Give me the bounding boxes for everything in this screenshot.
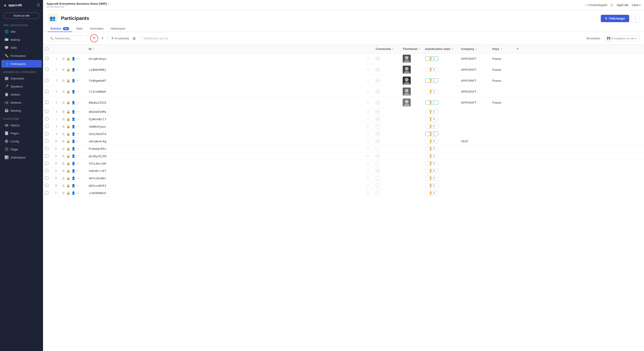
row-id[interactable]: 7i3ioGW9eh	[86, 86, 364, 97]
row-id[interactable]: zj0m0oR08j	[86, 64, 364, 75]
row-checkbox[interactable]	[45, 191, 48, 194]
sidebar-item-formulaires[interactable]: ✏️Formulaires	[1, 52, 42, 59]
save-view-button[interactable]: 💾 Enregistrer la vue ▾	[604, 35, 640, 41]
sidebar-item-statistiques[interactable]: 📊Statistiques	[1, 154, 42, 161]
history-icon[interactable]: ↩	[77, 117, 79, 121]
row-id[interactable]: d02ebX5XMu	[86, 108, 364, 115]
user-icon[interactable]: 👤	[72, 90, 75, 93]
history-icon[interactable]: ↩	[77, 162, 79, 165]
access-site-button[interactable]: Accès au site	[3, 12, 40, 19]
sidebar-item-meeting[interactable]: 📅Meeting	[1, 107, 42, 114]
history-icon[interactable]: ↩	[77, 176, 79, 180]
delete-icon[interactable]: 🗑	[62, 147, 65, 150]
history-icon[interactable]: ↩	[77, 57, 79, 60]
history-icon[interactable]: ↩	[77, 68, 79, 71]
drag-handle[interactable]: ⠿	[367, 176, 369, 180]
sidebar-item-pages[interactable]: 📄Pages	[1, 129, 42, 137]
lock-icon[interactable]: 🔒	[66, 176, 70, 180]
delete-icon[interactable]: 🗑	[62, 117, 65, 121]
more-options-button[interactable]: ⋮	[631, 14, 640, 23]
lock-icon[interactable]: 🔒	[66, 162, 70, 165]
row-id[interactable]: misq8zAnye	[86, 53, 364, 64]
lock-icon[interactable]: 🔒	[66, 57, 70, 60]
user-icon[interactable]: 👤	[72, 117, 75, 121]
row-checkbox[interactable]	[45, 162, 48, 165]
history-icon[interactable]: ↩	[77, 191, 79, 195]
drag-handle[interactable]: ⠿	[367, 57, 369, 60]
row-checkbox[interactable]	[45, 101, 48, 104]
user-icon[interactable]: 👤	[72, 110, 75, 113]
user-icon[interactable]: 👤	[72, 79, 75, 82]
sidebar-item-sms[interactable]: 💬SMS	[1, 44, 42, 51]
add-col-icon[interactable]: +	[515, 46, 521, 52]
row-id[interactable]: 4bTx16v8kC	[86, 175, 364, 182]
row-checkbox[interactable]	[45, 169, 48, 172]
row-checkbox[interactable]	[45, 79, 48, 82]
drag-handle[interactable]: ⠿	[367, 125, 369, 128]
row-checkbox[interactable]	[45, 110, 48, 113]
user-icon[interactable]: 👤	[72, 191, 75, 195]
history-icon[interactable]: ↩	[77, 90, 79, 93]
history-icon[interactable]: ↩	[77, 132, 79, 136]
tab-stats[interactable]: Stats	[73, 25, 86, 32]
user-icon[interactable]: 👤	[72, 125, 75, 128]
drag-handle[interactable]: ⠿	[367, 117, 369, 121]
search-input[interactable]	[55, 37, 85, 40]
user-icon[interactable]: 👤	[72, 169, 75, 173]
delete-icon[interactable]: 🗑	[62, 132, 65, 136]
select-all-checkbox[interactable]	[45, 47, 48, 50]
user-icon[interactable]: 👤	[72, 154, 75, 158]
delete-icon[interactable]: 🗑	[62, 169, 65, 173]
drag-handle[interactable]: ⠿	[367, 139, 369, 143]
row-checkbox[interactable]	[45, 139, 48, 143]
tab-historiques[interactable]: Historiques	[108, 25, 128, 32]
row-id[interactable]: PnXmdqrK5v	[86, 145, 364, 152]
lock-icon[interactable]: 🔒	[66, 184, 70, 187]
add-column-button[interactable]: +	[100, 35, 105, 42]
lock-icon[interactable]: 🔒	[66, 132, 70, 136]
th-id[interactable]: Id ▼	[86, 45, 364, 53]
sidebar-item-apercu[interactable]: 👁️Aperçu	[1, 121, 42, 129]
delete-icon[interactable]: 🗑	[62, 68, 65, 71]
history-icon[interactable]: ↩	[77, 169, 79, 173]
view-options-button[interactable]: ⊞	[131, 35, 137, 41]
sidebar-item-participants[interactable]: 👥Participants	[1, 60, 42, 68]
drag-handle[interactable]: ⠿	[367, 110, 369, 113]
row-id[interactable]: 1OAWs9jwuc	[86, 123, 364, 130]
drag-handle[interactable]: ⠿	[367, 68, 369, 71]
row-checkbox[interactable]	[45, 90, 48, 93]
th-gamification[interactable]: Gamification stats ▼	[423, 45, 459, 53]
history-icon[interactable]: ↩	[77, 139, 79, 143]
row-id[interactable]: diHjXQsOl6	[86, 130, 364, 138]
drag-handle[interactable]: ⠿	[367, 191, 369, 195]
hamburger-icon[interactable]: ☰	[37, 3, 40, 7]
row-id[interactable]: V4EnRrrtET	[86, 167, 364, 175]
row-checkbox[interactable]	[45, 154, 48, 157]
row-checkbox[interactable]	[45, 132, 48, 135]
sidebar-item-speakers[interactable]: 🎤Speakers	[1, 83, 42, 90]
row-id[interactable]: YStLAacjbb	[86, 160, 364, 167]
sidebar-item-ateliers[interactable]: 📋Ateliers	[1, 91, 42, 98]
th-company[interactable]: Company ▼	[459, 45, 490, 53]
th-pays[interactable]: Pays ▼	[490, 45, 512, 53]
delete-icon[interactable]: 🗑	[62, 184, 65, 187]
row-id[interactable]: ic0589O0xh	[86, 189, 364, 197]
th-thumbnail[interactable]: Thumbnail ▼	[400, 45, 423, 53]
delete-icon[interactable]: 🗑	[62, 57, 65, 60]
lock-icon[interactable]: 🔒	[66, 101, 70, 104]
sidebar-item-regie[interactable]: 🎬Régie	[1, 145, 42, 153]
lock-icon[interactable]: 🔒	[66, 110, 70, 113]
download-button[interactable]: ⬇ Télécharger	[601, 15, 629, 22]
lock-icon[interactable]: 🔒	[66, 147, 70, 150]
user-icon[interactable]: 👤	[72, 101, 75, 104]
th-add-col[interactable]: +	[512, 45, 644, 53]
history-icon[interactable]: ↩	[77, 110, 79, 113]
user-icon[interactable]: 👤	[72, 184, 75, 187]
delete-icon[interactable]: 🗑	[62, 176, 65, 180]
user-icon[interactable]: 👤	[72, 132, 75, 136]
lock-icon[interactable]: 🔒	[66, 117, 70, 121]
lock-icon[interactable]: 🔒	[66, 139, 70, 143]
row-checkbox[interactable]	[45, 68, 48, 71]
lock-icon[interactable]: 🔒	[66, 68, 70, 71]
lock-icon[interactable]: 🔒	[66, 169, 70, 173]
